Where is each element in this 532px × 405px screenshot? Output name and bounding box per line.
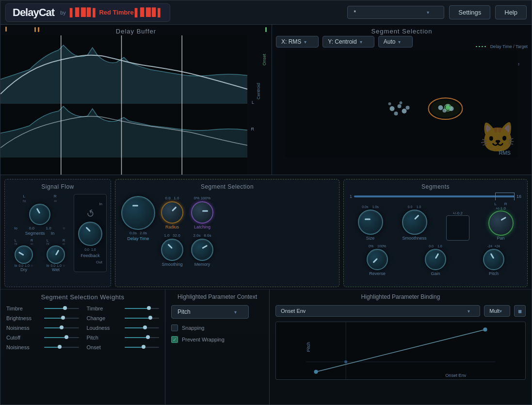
smoothness-knob-container: 0.0 1.0 Smoothness	[402, 205, 427, 241]
weight-handle-cutoff	[64, 335, 68, 339]
scatter-plot[interactable]: 🐱	[276, 50, 528, 157]
mode-dropdown[interactable]: Mult ▾	[484, 305, 510, 317]
radius-latching-row: 0.0 1.0 Radius 0% 100%	[161, 196, 213, 229]
l-label: L	[252, 100, 254, 105]
gain-val-hi: 1.0	[437, 244, 442, 248]
feedback-arrow-icon: ↺	[84, 207, 97, 221]
context-chevron-icon: ▾	[234, 309, 237, 315]
brand-name: ▌▋▊▋▌ Red Timbre ▌▋▊▋▌	[70, 8, 163, 17]
brand-waveform-left: ▌▋▊▋▌	[70, 8, 98, 17]
weight-label-noisiness2: Noisiness	[6, 344, 40, 350]
weight-fill-loudness	[125, 327, 145, 328]
y-dropdown[interactable]: Y: Centroid ▾	[322, 36, 374, 48]
reverse-val-lo: 0%	[369, 244, 373, 248]
radius-knob[interactable]	[161, 201, 183, 224]
delay-buffer-panel: Delay Buffer	[0, 25, 272, 175]
weight-slider-timbre1[interactable]	[44, 308, 79, 309]
snapping-label: Snapping	[182, 325, 205, 331]
segments-knobs-row1: 0.0s 1.0s Size 0.0 1.0 Smoothness	[348, 202, 523, 241]
gain-knob[interactable]	[425, 249, 446, 270]
feedback-val-hi: 1.0	[91, 248, 96, 251]
gain-val-lo: 0.0	[429, 244, 434, 248]
weight-fill-pitch	[125, 337, 148, 338]
memory-knob[interactable]	[191, 239, 213, 261]
weights-col1: Timbre Brightness No	[6, 306, 79, 354]
auto-dropdown[interactable]: Auto ▾	[378, 36, 413, 48]
binding-btn-icon: ◼	[518, 308, 522, 314]
binding-action-button[interactable]: ◼	[514, 305, 526, 317]
app-title: DelayCat	[13, 6, 54, 19]
binding-controls: Onset Env ▾ Mult ▾ ◼	[275, 305, 526, 317]
segments-panel: Segments 1 16 0.0s 1.0s	[343, 179, 528, 287]
size-label: Size	[366, 236, 375, 241]
weight-handle-change	[148, 316, 152, 320]
mode-dropdown-value: Mult	[489, 308, 500, 314]
pan-knob[interactable]	[488, 211, 514, 236]
weight-slider-brightness[interactable]	[44, 318, 79, 319]
weight-slider-timbre2[interactable]	[125, 308, 160, 309]
feedback-knob-container	[78, 222, 102, 246]
wet-knob[interactable]	[47, 245, 65, 264]
smoothness-val-lo: 0.0	[408, 205, 413, 209]
weight-slider-noisiness1[interactable]	[44, 327, 79, 328]
weight-slider-loudness[interactable]	[125, 327, 160, 328]
help-button[interactable]: Help	[495, 5, 527, 19]
smoothness-knob[interactable]	[402, 210, 427, 235]
svg-text:RMS: RMS	[499, 150, 511, 156]
weights-title: Segment Selection Weights	[6, 293, 159, 301]
weight-slider-pitch[interactable]	[125, 337, 160, 338]
y-dropdown-value: Y: Centroid	[328, 38, 356, 45]
weight-slider-change[interactable]	[125, 318, 160, 319]
hi-label-1: hi	[23, 199, 26, 203]
source-dropdown[interactable]: Onset Env ▾	[275, 305, 480, 317]
weight-slider-cutoff[interactable]	[44, 337, 79, 338]
pitch-knob[interactable]	[483, 249, 504, 270]
weight-slider-noisiness2[interactable]	[44, 347, 79, 348]
size-knob[interactable]	[358, 210, 383, 235]
binding-title: Highlighted Parameter Binding	[275, 293, 526, 300]
in-label: In	[51, 231, 55, 236]
preset-chevron-icon: ▾	[427, 10, 429, 15]
waveform-display[interactable]	[0, 35, 247, 175]
size-val-lo: 0.0s	[362, 205, 368, 209]
binding-chart[interactable]: Pitch Onset Env	[275, 322, 526, 380]
feedback-label: Feedback	[81, 253, 100, 258]
weights-columns: Timbre Brightness No	[6, 306, 159, 354]
memory-label: Memory	[194, 262, 210, 267]
delay-time-knob-container: 0.0s 2.0s Delay Time	[121, 196, 155, 241]
range-track[interactable]	[354, 195, 515, 197]
dry-knob[interactable]	[15, 245, 33, 264]
reverse-knob[interactable]	[367, 249, 388, 270]
logo-area: DelayCat by ▌▋▊▋▌ Red Timbre ▌▋▊▋▌	[5, 3, 170, 22]
main-container: DelayCat by ▌▋▊▋▌ Red Timbre ▌▋▊▋▌ * ▾ S…	[0, 0, 532, 405]
latching-val-hi: 100%	[201, 196, 210, 200]
r-label: R	[251, 127, 255, 131]
weight-handle-noisiness1	[60, 325, 64, 329]
context-dropdown[interactable]: Pitch ▾	[171, 305, 249, 319]
smoothness-val-hi: 1.0	[417, 205, 421, 209]
pitch-range-area: +/-0.2	[446, 211, 469, 241]
smoothing-knob[interactable]	[161, 239, 183, 261]
range-start: 1	[350, 194, 352, 199]
feedback-knob[interactable]	[78, 222, 102, 246]
weight-slider-onset[interactable]	[125, 347, 160, 348]
svg-point-14	[431, 100, 460, 117]
pitch-knob-container: -24 +24 Pitch	[483, 244, 504, 276]
weight-brightness: Brightness	[6, 315, 79, 321]
checkmark-icon: ✓	[173, 337, 177, 342]
snapping-checkbox[interactable]	[171, 324, 178, 331]
svg-point-15	[438, 105, 443, 110]
in-knob[interactable]	[29, 204, 50, 225]
svg-text:Pitch: Pitch	[306, 342, 311, 352]
smoothing-val-hi: 32.0	[173, 233, 180, 238]
x-dropdown[interactable]: X: RMS ▾	[276, 36, 319, 48]
weight-pitch: Pitch	[87, 335, 160, 340]
settings-button[interactable]: Settings	[449, 5, 490, 19]
delay-time-knob[interactable]	[121, 196, 155, 230]
latching-knob[interactable]	[191, 201, 213, 224]
pitch-val-lo: -24	[487, 244, 492, 248]
signal-flow-title: Signal Flow	[9, 183, 107, 190]
preset-dropdown[interactable]: * ▾	[347, 6, 444, 19]
prevent-wrapping-checkbox[interactable]: ✓	[171, 336, 178, 343]
bottom-area: Segment Selection Weights Timbre Brightn…	[0, 289, 532, 405]
